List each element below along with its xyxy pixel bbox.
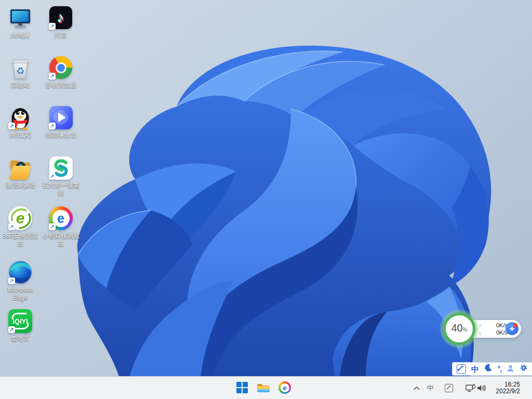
notification-dot — [513, 323, 517, 327]
icon-label: 小智双核浏览器 — [41, 232, 81, 248]
taskbar: e 中 — [0, 376, 532, 399]
shortcut-arrow-icon: ↗ — [49, 123, 56, 129]
recycle-symbol: ♻ — [16, 66, 24, 76]
driver-folder-icon — [8, 155, 33, 180]
pen-box-icon — [445, 384, 453, 392]
douyin-icon: ♪ ↗ — [48, 5, 73, 30]
download-arrow-icon: ↓ — [478, 329, 482, 337]
desktop-icon-shidashi[interactable]: ↗ 石大师一键重装 — [41, 155, 81, 197]
tray-ime-pen-button[interactable] — [444, 377, 454, 399]
qq-penguin-icon: ↗ — [8, 105, 33, 130]
clock-date: 2022/9/2 — [496, 388, 520, 395]
chevron-up-icon — [413, 386, 420, 391]
tray-ime-indicator[interactable]: 中 — [426, 377, 434, 399]
ime-user-icon[interactable] — [507, 364, 514, 374]
browser-e-icon: e — [278, 381, 291, 394]
360-browser-icon: e ↗ — [8, 206, 33, 231]
icon-label: 激活&驱动 — [6, 182, 35, 190]
iqiyi-text: iQIYI — [12, 317, 28, 325]
ime-chinese-mode[interactable]: 中 — [471, 365, 479, 373]
music-note-glyph: ♪ — [57, 10, 64, 26]
ime-toolbar: 中 °, — [452, 362, 532, 376]
icon-label: 360安全浏览器 — [0, 232, 41, 248]
upload-arrow-icon: ↑ — [478, 322, 482, 329]
icon-label: 回收站 — [11, 82, 30, 89]
chrome-icon: ↗ — [48, 55, 73, 80]
edge-icon: ↗ — [8, 260, 33, 285]
ime-pen-icon[interactable] — [457, 364, 466, 374]
windows-logo-icon — [236, 382, 248, 393]
this-pc-icon — [8, 5, 33, 30]
desktop-icon-chrome[interactable]: ↗ 谷歌浏览器 — [41, 55, 81, 89]
ime-settings-gear-icon[interactable] — [520, 364, 528, 374]
pinned-browser-button[interactable]: e — [277, 380, 292, 395]
icon-label: 抖音 — [55, 32, 67, 39]
icon-label: 石大师一键重装 — [41, 182, 81, 197]
speaker-icon — [477, 384, 486, 392]
icon-label: 此电脑 — [11, 32, 30, 39]
shortcut-arrow-icon: ↗ — [8, 223, 15, 230]
windows-desktop: 此电脑 ♪ ↗ 抖音 ♻ 回收站 ↗ 谷歌浏览器 — [0, 0, 532, 399]
xiaozhi-e-glyph: e — [57, 212, 64, 225]
xiaozhi-browser-icon: e ↗ — [48, 206, 73, 231]
shortcut-arrow-icon: ↗ — [49, 73, 56, 79]
desktop-icon-xiaozhi-browser[interactable]: e ↗ 小智双核浏览器 — [41, 206, 81, 248]
desktop-icon-douyin[interactable]: ♪ ↗ 抖音 — [41, 5, 81, 39]
tray-clock[interactable]: 16:25 2022/9/2 — [496, 381, 520, 395]
desktop-icon-qq[interactable]: ↗ 腾讯QQ — [0, 105, 41, 139]
desktop-icon-iqiyi[interactable]: iQIYI ↗ 爱奇艺 — [0, 309, 41, 343]
desktop-icon-driver-folder[interactable]: 激活&驱动 — [0, 155, 41, 190]
percent-sign: % — [463, 327, 468, 332]
desktop-icon-this-pc[interactable]: 此电脑 — [0, 5, 41, 39]
icon-label: 腾讯QQ — [9, 131, 32, 139]
ethernet-network-icon — [466, 384, 475, 392]
desktop-icon-edge[interactable]: ↗ Microsoft Edge — [0, 260, 41, 302]
tray-network-button[interactable] — [464, 377, 476, 399]
stellar-player-icon: ↗ — [48, 105, 73, 130]
icon-label: 恒星播放器 — [45, 131, 76, 139]
folder-icon — [257, 381, 270, 394]
shortcut-arrow-icon: ↗ — [49, 173, 56, 180]
shortcut-arrow-icon: ↗ — [49, 223, 56, 230]
desktop-icon-stellar-player[interactable]: ↗ 恒星播放器 — [41, 105, 81, 139]
shortcut-arrow-icon: ↗ — [8, 326, 15, 333]
desktop-icon-360-browser[interactable]: e ↗ 360安全浏览器 — [0, 206, 41, 248]
shortcut-arrow-icon: ↗ — [8, 123, 15, 129]
tray-chevron-button[interactable] — [412, 377, 421, 399]
accelerator-ball-widget[interactable]: ↑ 0K/s ↓ 0K/s + 40 % — [443, 311, 524, 348]
tray-volume-button[interactable] — [476, 377, 486, 399]
shortcut-arrow-icon: ↗ — [8, 277, 15, 284]
shidashi-icon: ↗ — [48, 155, 73, 180]
desktop-icon-recycle-bin[interactable]: ♻ 回收站 — [0, 55, 41, 89]
start-button[interactable] — [235, 380, 249, 395]
ime-moon-icon[interactable] — [484, 364, 493, 374]
icon-label: 爱奇艺 — [11, 335, 30, 343]
usage-percent: 40 — [451, 322, 462, 334]
recycle-bin-icon: ♻ — [8, 55, 33, 80]
ime-punctuation-mode[interactable]: °, — [498, 365, 502, 373]
boost-plus-button[interactable]: + — [506, 322, 518, 335]
icon-label: 谷歌浏览器 — [45, 82, 76, 89]
iqiyi-icon: iQIYI ↗ — [8, 309, 33, 334]
file-explorer-button[interactable] — [256, 380, 271, 395]
icon-label: Microsoft Edge — [0, 286, 41, 302]
memory-usage-ball[interactable]: 40 % — [443, 313, 475, 345]
shortcut-arrow-icon: ↗ — [49, 23, 56, 30]
